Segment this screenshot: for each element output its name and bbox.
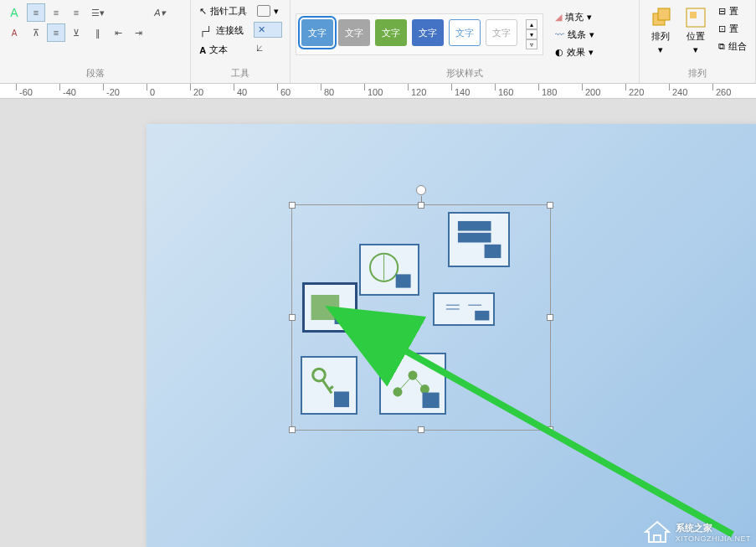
style-swatch-gray[interactable]: 文字	[338, 19, 370, 46]
handle-sw[interactable]	[289, 426, 296, 433]
svg-rect-15	[475, 311, 489, 321]
svg-line-24	[413, 375, 424, 390]
rotate-button[interactable]: ⊡置	[715, 21, 750, 37]
diagram-shape[interactable]	[302, 282, 357, 333]
rectangle-icon	[257, 5, 270, 17]
horizontal-ruler: -60-40-200204060801001201401601802002202…	[0, 84, 756, 99]
arrange-button[interactable]: 排列▾	[645, 3, 676, 59]
line-button[interactable]: 〰线条▾	[552, 27, 598, 43]
selection-frame[interactable]	[291, 204, 551, 431]
ruler-tick: 120	[411, 87, 426, 97]
delete-icon: ✕	[258, 24, 265, 35]
style-swatch-dblue[interactable]: 文字	[412, 19, 444, 46]
ruler-tick: -60	[19, 87, 33, 97]
align-left-icon[interactable]: ≡	[27, 3, 45, 22]
effect-label: 效果	[567, 46, 585, 59]
server-icon	[451, 215, 507, 264]
arrange-icon	[650, 7, 671, 28]
ruler-tick: 160	[498, 87, 513, 97]
pointer-icon: ↖	[199, 6, 207, 17]
group-label-arrange: 排列	[645, 65, 750, 81]
svg-rect-1	[658, 8, 670, 20]
handle-se[interactable]	[547, 426, 553, 433]
group-button[interactable]: ⧉组合	[715, 39, 750, 54]
align-top-icon[interactable]: ⊼	[27, 23, 45, 42]
line-label: 线条	[568, 28, 586, 41]
text-tool[interactable]: A 文本	[196, 42, 250, 58]
svg-line-18	[329, 386, 333, 390]
gallery-expand-icon[interactable]: ▿	[526, 39, 537, 49]
book-icon	[436, 296, 491, 323]
ruler-tick: 100	[368, 87, 383, 97]
ruler-tick: 60	[280, 87, 291, 97]
font-smaller-icon[interactable]: A	[5, 23, 23, 42]
watermark-sub: XITONGZHIJIA.NET	[676, 534, 751, 543]
ruler-tick: 260	[716, 87, 731, 97]
align-center-icon[interactable]: ≡	[47, 3, 65, 22]
diagram-shape[interactable]	[379, 353, 446, 415]
watermark: 系统之家 XITONGZHIJIA.NET	[644, 520, 751, 544]
page[interactable]	[147, 124, 756, 547]
align-button[interactable]: ⊟置	[715, 3, 750, 19]
svg-rect-3	[690, 12, 697, 18]
align-bottom-icon[interactable]: ⊻	[67, 23, 85, 42]
handle-n[interactable]	[418, 202, 424, 209]
svg-rect-5	[335, 312, 349, 324]
style-swatch-green[interactable]: 文字	[375, 19, 407, 46]
svg-rect-8	[396, 274, 411, 287]
font-larger-icon[interactable]: A	[5, 3, 23, 22]
group-paragraph: A A ≡ ≡ ≡ ⊼ ≡ ⊻ ☰▾ ‖	[0, 0, 191, 83]
key-icon	[304, 359, 354, 411]
align-right-icon[interactable]: ≡	[67, 3, 85, 22]
connector-tool[interactable]: ┌┘ 连接线	[196, 23, 250, 39]
diagram-shape[interactable]	[301, 356, 357, 415]
ruler-tick: 180	[542, 87, 557, 97]
position-button[interactable]: 位置▾	[680, 3, 712, 59]
diagram-shape[interactable]	[359, 244, 419, 296]
delete-tool[interactable]: ✕	[254, 22, 282, 38]
globe-icon	[363, 247, 416, 292]
rectangle-tool[interactable]: ▾	[254, 3, 282, 18]
style-swatch-blue[interactable]: 文字	[301, 19, 333, 46]
ruler-tick: 20	[193, 87, 203, 97]
handle-ne[interactable]	[547, 202, 553, 209]
watermark-title: 系统之家	[676, 522, 751, 534]
svg-rect-25	[423, 393, 440, 408]
gallery-up-icon[interactable]: ▴	[526, 19, 537, 29]
bullets-icon[interactable]: ☰▾	[89, 3, 107, 22]
text-icon: A	[199, 45, 206, 55]
font-size-col: A A	[5, 3, 23, 42]
handle-nw[interactable]	[289, 202, 296, 209]
indent-left-icon[interactable]: ⇤	[109, 23, 127, 42]
svg-rect-19	[334, 391, 349, 407]
ruler-tick: 80	[324, 87, 334, 97]
pointer-tool[interactable]: ↖ 指针工具	[196, 3, 250, 19]
style-swatch-outline-gray[interactable]: 文字	[486, 19, 517, 46]
rotate-icon: ⊡	[718, 23, 726, 34]
diagram-shape[interactable]	[433, 292, 495, 326]
gallery-down-icon[interactable]: ▾	[526, 29, 537, 39]
group-tools: ↖ 指针工具 ┌┘ 连接线 A 文本 ▾ ✕ ⟀ 工具	[191, 0, 291, 83]
canvas-area[interactable]: 系统之家 XITONGZHIJIA.NET	[0, 99, 756, 547]
fill-icon: ◢	[555, 12, 562, 23]
ruler-tick: 220	[629, 87, 644, 97]
rotate-label: 置	[729, 23, 738, 35]
font-style-icon[interactable]: A▾	[151, 3, 169, 22]
effect-button[interactable]: ◐效果▾	[552, 44, 598, 60]
ruler-tick: 0	[150, 87, 155, 97]
transfer-icon	[306, 286, 353, 328]
indent-right-icon[interactable]: ⇥	[129, 23, 147, 42]
align-middle-icon[interactable]: ≡	[47, 23, 65, 42]
ruler-tick: 40	[237, 87, 247, 97]
handle-w[interactable]	[289, 314, 296, 321]
line-icon: 〰	[555, 29, 564, 39]
crop-tool[interactable]: ⟀	[254, 41, 282, 54]
handle-s[interactable]	[418, 426, 424, 433]
handle-e[interactable]	[547, 314, 553, 321]
fill-button[interactable]: ◢填充▾	[552, 9, 598, 25]
ruler-tick: -20	[106, 87, 120, 97]
line-spacing-icon[interactable]: ‖	[89, 23, 107, 42]
rotate-handle[interactable]	[416, 185, 426, 195]
diagram-shape[interactable]	[448, 212, 510, 267]
style-swatch-outline-blue[interactable]: 文字	[449, 19, 481, 46]
